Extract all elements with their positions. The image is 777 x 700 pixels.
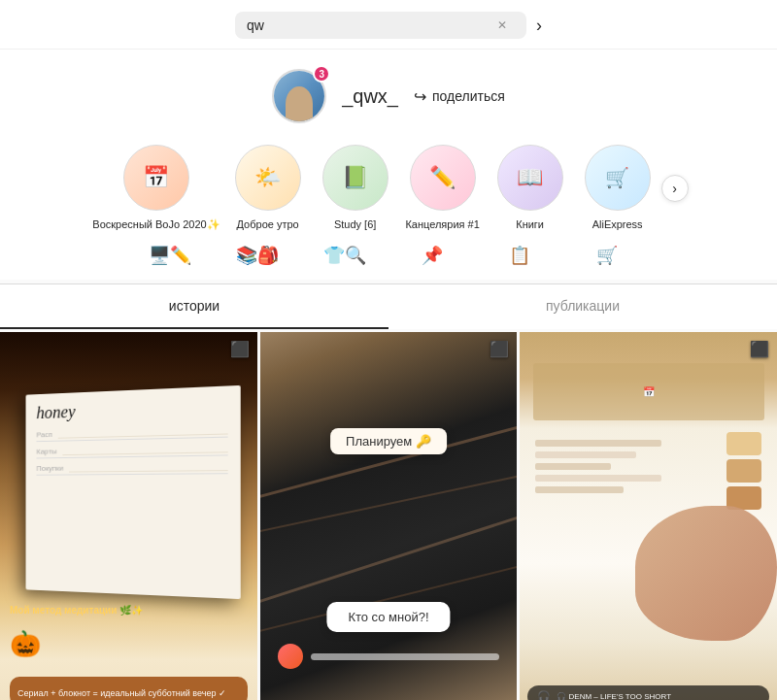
camera-icon-2: ⬛: [490, 340, 509, 358]
highlight-item[interactable]: ✏️ Канцелярия #1: [399, 139, 487, 237]
notebook-row-1: Расп: [37, 430, 52, 439]
tab-posts[interactable]: публикации: [388, 284, 777, 329]
share-label: поделиться: [432, 88, 505, 104]
highlight-label-4: Канцелярия #1: [405, 218, 479, 231]
highlight-item[interactable]: 📗 Study [6]: [312, 139, 399, 237]
music-bar: 🎧 🎧 DENM – LIFE'S TOO SHORT: [527, 685, 769, 700]
icon-cell-3: 👕🔍: [301, 241, 388, 270]
highlight-circle-4: ✏️: [410, 145, 476, 211]
highlight-circle-1: 📅: [123, 145, 189, 211]
post-item-3[interactable]: 📅 ⬛ 🎧 🎧 DENM – LIFE'S TOO SHORT: [520, 332, 777, 700]
sticker-column: [726, 432, 761, 510]
highlight-item[interactable]: 🌤️ Доброе утро: [224, 139, 312, 237]
clear-icon[interactable]: ✕: [497, 18, 507, 32]
who-text-box: Кто со мной?!: [326, 602, 450, 632]
text-lines: [535, 440, 661, 493]
post-item-2[interactable]: ⬛ Планируем 🔑 Кто со мной?!: [260, 332, 518, 700]
search-bar: ✕ ›: [0, 0, 777, 50]
highlights-next-button[interactable]: ›: [661, 175, 689, 202]
highlight-label-3: Study [6]: [334, 218, 376, 231]
planning-tag: Планируем 🔑: [330, 428, 447, 454]
icon-cell-1: 🖥️✏️: [126, 241, 214, 270]
pumpkin-emoji: 🎃: [10, 629, 41, 659]
share-icon: ↪: [414, 87, 426, 106]
icon-cell-2: 📚🎒: [214, 241, 301, 270]
post-item-1[interactable]: honey Расп Карты Покупки ⬛ 🎃 Мой метод м…: [0, 332, 257, 700]
tabs-section: истории публикации: [0, 283, 777, 329]
icon-row: 🖥️✏️ 📚🎒 👕🔍 📌 📋 🛒: [126, 237, 651, 270]
highlight-item[interactable]: 📖 Книги: [487, 139, 574, 237]
avatar-figure: [286, 86, 313, 121]
highlight-label-2: Доброе утро: [237, 218, 299, 231]
notebook-row-3: Покупки: [37, 464, 64, 473]
highlight-circle-5: 📖: [497, 145, 563, 211]
hand-overlay: [635, 506, 777, 641]
planner-header: 📅: [533, 363, 764, 421]
highlight-label-1: Воскресный BoJo 2020✨: [92, 218, 220, 231]
headphone-icon: 🎧: [537, 690, 551, 700]
highlight-circle-3: 📗: [322, 145, 388, 211]
meditation-text: Мой метод медитации 🌿✨: [10, 605, 248, 616]
search-container: ✕: [235, 12, 526, 39]
highlight-item[interactable]: 📅 Воскресный BoJo 2020✨: [88, 139, 223, 237]
notification-badge: 3: [313, 65, 330, 83]
highlight-label-6: AliExpress: [592, 218, 643, 231]
highlights-row: 📅 Воскресный BoJo 2020✨ 🌤️ Доброе утро 📗…: [69, 139, 707, 237]
camera-icon: ⬛: [230, 340, 250, 358]
icon-cell-6: 🛒: [563, 241, 651, 270]
reply-row: [278, 644, 500, 669]
highlight-circle-2: 🌤️: [235, 145, 301, 211]
profile-section: 3 _qwx_ ↪ поделиться 📅 Воскресный BoJo 2…: [0, 50, 777, 280]
highlight-label-5: Книги: [516, 218, 544, 231]
avatar[interactable]: 3: [272, 69, 326, 123]
notebook-title: honey: [37, 396, 229, 423]
reply-bar: [311, 653, 500, 660]
icon-cell-5: 📋: [476, 241, 563, 270]
search-input[interactable]: [247, 17, 497, 33]
reply-avatar: [278, 644, 303, 669]
camera-icon-3: ⬛: [750, 340, 769, 358]
serial-text: Сериал + блокнот = идеальный субботний в…: [17, 688, 226, 698]
serial-text-box: Сериал + блокнот = идеальный субботний в…: [10, 677, 248, 700]
icon-cell-4: 📌: [388, 241, 476, 270]
profile-row: 3 _qwx_ ↪ поделиться: [272, 69, 505, 123]
share-button[interactable]: ↪ поделиться: [414, 87, 505, 106]
username[interactable]: _qwx_: [342, 85, 398, 108]
posts-grid: honey Расп Карты Покупки ⬛ 🎃 Мой метод м…: [0, 332, 777, 700]
highlight-circle-6: 🛒: [585, 145, 651, 211]
music-text: 🎧 DENM – LIFE'S TOO SHORT: [557, 692, 671, 700]
search-submit-button[interactable]: ›: [536, 16, 542, 36]
highlight-item[interactable]: 🛒 AliExpress: [574, 139, 661, 237]
notebook-row-2: Карты: [37, 447, 57, 455]
tab-stories[interactable]: истории: [0, 284, 388, 329]
